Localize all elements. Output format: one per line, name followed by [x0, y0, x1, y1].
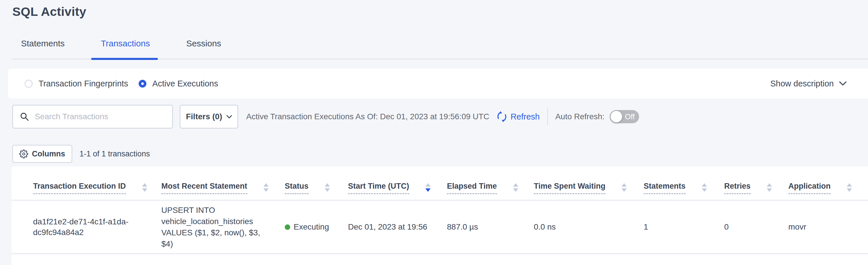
refresh-icon — [496, 111, 508, 123]
sql-activity-tabbar: Statements Transactions Sessions — [12, 38, 868, 59]
results-bar: Columns 1-1 of 1 transactions — [12, 145, 150, 163]
vertical-divider — [547, 108, 548, 126]
radio-circle-icon — [25, 80, 32, 87]
sort-arrows-icon — [513, 183, 518, 194]
sort-arrows-icon-active-desc — [425, 183, 431, 194]
page-title: SQL Activity — [12, 5, 86, 19]
chevron-down-icon — [839, 81, 847, 86]
column-header-time-spent-waiting[interactable]: Time Spent Waiting — [534, 182, 644, 200]
sort-arrows-icon — [622, 183, 627, 194]
cell-retries: 0 — [724, 222, 788, 232]
sort-arrows-icon — [847, 183, 852, 194]
cell-status: Executing — [285, 222, 348, 232]
filters-button[interactable]: Filters (0) — [180, 105, 238, 129]
sort-arrows-icon — [767, 183, 772, 194]
show-description-label: Show description — [770, 79, 834, 88]
gear-icon — [19, 150, 28, 158]
radio-label: Active Executions — [152, 79, 218, 88]
sort-arrows-icon — [264, 183, 269, 194]
search-input[interactable] — [34, 112, 166, 122]
radio-transaction-fingerprints[interactable]: Transaction Fingerprints — [25, 79, 128, 88]
search-icon — [20, 112, 29, 121]
cell-time-spent-waiting: 0.0 ns — [534, 222, 644, 232]
columns-button-label: Columns — [32, 150, 65, 158]
transactions-table: Transaction Execution ID Most Recent Sta… — [11, 166, 868, 265]
cell-most-recent-statement: UPSERT INTO vehicle_location_histories V… — [161, 205, 280, 249]
column-header-elapsed-time[interactable]: Elapsed Time — [447, 182, 534, 200]
controls-row: Filters (0) Active Transaction Execution… — [12, 105, 639, 129]
table-header-row: Transaction Execution ID Most Recent Sta… — [11, 166, 868, 201]
sort-arrows-icon — [325, 183, 330, 194]
column-header-transaction-execution-id[interactable]: Transaction Execution ID — [33, 182, 161, 200]
filters-button-label: Filters (0) — [186, 112, 222, 121]
chevron-down-icon — [226, 115, 232, 119]
cell-elapsed-time: 887.0 µs — [447, 222, 534, 232]
auto-refresh-label: Auto Refresh: — [555, 112, 604, 121]
table-row: da1f21e2-de71-4c1f-a1da-dc9fc94a84a2 UPS… — [11, 201, 868, 254]
cell-statements: 1 — [644, 222, 724, 232]
cell-start-time: Dec 01, 2023 at 19:56 — [348, 222, 447, 232]
as-of-timestamp: Active Transaction Executions As Of: Dec… — [246, 112, 489, 121]
toggle-knob — [611, 111, 622, 123]
auto-refresh-toggle[interactable]: Off — [610, 110, 639, 123]
refresh-button[interactable]: Refresh — [496, 111, 540, 123]
tab-transactions[interactable]: Transactions — [101, 38, 150, 59]
result-count: 1-1 of 1 transactions — [80, 150, 150, 158]
column-header-most-recent-statement[interactable]: Most Recent Statement — [161, 182, 285, 200]
tab-statements[interactable]: Statements — [21, 38, 65, 59]
radio-label: Transaction Fingerprints — [38, 79, 128, 88]
column-header-start-time[interactable]: Start Time (UTC) — [348, 182, 447, 200]
tab-sessions[interactable]: Sessions — [186, 38, 221, 59]
column-header-statements[interactable]: Statements — [644, 182, 724, 200]
status-executing-dot-icon — [285, 224, 290, 230]
column-header-application[interactable]: Application — [788, 182, 868, 200]
show-description-button[interactable]: Show description — [770, 79, 847, 88]
columns-button[interactable]: Columns — [12, 145, 72, 163]
column-header-retries[interactable]: Retries — [724, 182, 788, 200]
radio-active-executions[interactable]: Active Executions — [138, 79, 218, 88]
column-header-status[interactable]: Status — [285, 182, 348, 200]
sort-arrows-icon — [142, 183, 147, 194]
cell-transaction-execution-id[interactable]: da1f21e2-de71-4c1f-a1da-dc9fc94a84a2 — [33, 216, 140, 238]
status-label: Executing — [293, 222, 329, 232]
toggle-state-label: Off — [625, 112, 635, 121]
sort-arrows-icon — [702, 183, 707, 194]
refresh-label: Refresh — [510, 112, 540, 122]
cell-application: movr — [788, 222, 868, 232]
search-box — [12, 105, 173, 129]
radio-circle-icon — [138, 80, 146, 87]
view-options-card: Transaction Fingerprints Active Executio… — [8, 69, 868, 99]
